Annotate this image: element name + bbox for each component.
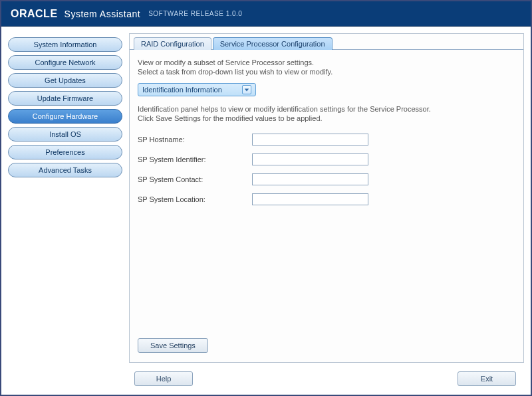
sidebar-item-advanced-tasks[interactable]: Advanced Tasks (8, 163, 122, 177)
sidebar-item-configure-network[interactable]: Configure Network (8, 55, 122, 70)
panel-help-line-1: Identification panel helps to view or mo… (138, 105, 431, 113)
save-settings-button[interactable]: Save Settings (138, 338, 208, 353)
field-label-sp-system-identifier: SP System Identifier: (138, 155, 252, 163)
footer-bar: Help Exit (1, 363, 531, 395)
form-row: SP Hostname: (138, 134, 515, 146)
sidebar-item-update-firmware[interactable]: Update Firmware (8, 91, 122, 106)
brand-logo: ORACLE (11, 8, 58, 20)
tab-service-processor-configuration[interactable]: Service Processor Configuration (213, 37, 332, 50)
task-dropdown[interactable]: Identification Information (138, 83, 256, 96)
exit-button[interactable]: Exit (458, 371, 516, 386)
sp-system-location-input[interactable] (252, 193, 368, 205)
form-row: SP System Identifier: (138, 153, 515, 165)
panel-help-line-2: Click Save Settings for the modified val… (138, 114, 323, 122)
sidebar-item-install-os[interactable]: Install OS (8, 127, 122, 142)
sp-system-identifier-input[interactable] (252, 153, 368, 165)
sidebar-item-get-updates[interactable]: Get Updates (8, 73, 122, 88)
release-label: SOFTWARE RELEASE 1.0.0 (148, 10, 242, 17)
form-row: SP System Contact: (138, 173, 515, 185)
svg-marker-0 (245, 88, 249, 91)
tab-content: View or modify a subset of Service Proce… (130, 50, 523, 362)
field-label-sp-system-contact: SP System Contact: (138, 175, 252, 183)
app-frame: ORACLE System Assistant SOFTWARE RELEASE… (0, 0, 532, 396)
sidebar-item-configure-hardware[interactable]: Configure Hardware (8, 109, 122, 124)
body: System Information Configure Network Get… (1, 27, 531, 363)
header-bar: ORACLE System Assistant SOFTWARE RELEASE… (1, 1, 531, 27)
chevron-down-icon (242, 85, 251, 94)
tab-bar: RAID Configuration Service Processor Con… (130, 34, 523, 49)
description-text: View or modify a subset of Service Proce… (138, 58, 515, 76)
sp-system-contact-input[interactable] (252, 173, 368, 185)
form-row: SP System Location: (138, 193, 515, 205)
main-panel: RAID Configuration Service Processor Con… (129, 33, 524, 363)
tab-raid-configuration[interactable]: RAID Configuration (134, 37, 211, 50)
task-dropdown-selected: Identification Information (142, 86, 222, 94)
sp-hostname-input[interactable] (252, 134, 368, 146)
description-line-2: Select a task from drop-down list you wi… (138, 68, 332, 76)
sidebar-item-preferences[interactable]: Preferences (8, 145, 122, 159)
description-line-1: View or modify a subset of Service Proce… (138, 58, 314, 66)
sidebar-item-system-information[interactable]: System Information (8, 37, 122, 52)
field-label-sp-hostname: SP Hostname: (138, 136, 252, 144)
help-button[interactable]: Help (134, 371, 193, 386)
app-title: System Assistant (65, 9, 141, 19)
field-label-sp-system-location: SP System Location: (138, 195, 252, 203)
panel-help-text: Identification panel helps to view or mo… (138, 104, 515, 123)
sidebar: System Information Configure Network Get… (8, 33, 122, 363)
